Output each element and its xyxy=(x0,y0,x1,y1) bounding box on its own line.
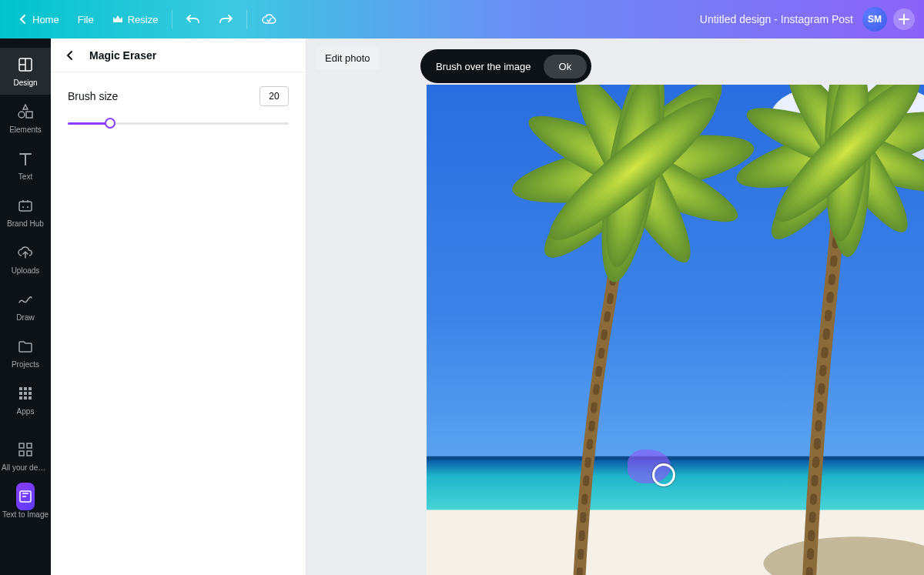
rail-text-to-image[interactable]: Text to Image xyxy=(0,480,51,527)
separator xyxy=(246,10,247,28)
brush-cursor xyxy=(632,454,655,477)
slider-thumb[interactable] xyxy=(105,118,116,129)
top-bar: Home File Resize Untitled design - Insta… xyxy=(0,0,924,38)
svg-rect-8 xyxy=(28,387,32,390)
undo-button[interactable] xyxy=(177,0,209,38)
rail-label: Text to Image xyxy=(2,510,49,519)
panel-title: Magic Eraser xyxy=(89,49,156,62)
brush-size-slider[interactable] xyxy=(68,115,289,131)
home-button[interactable]: Home xyxy=(9,0,69,38)
svg-rect-10 xyxy=(24,392,27,395)
rail-elements[interactable]: Elements xyxy=(0,95,51,142)
rail-label: Projects xyxy=(12,360,39,369)
upload-icon xyxy=(18,246,33,259)
tooltip-text: Brush over the image xyxy=(436,61,531,72)
rail-projects[interactable]: Projects xyxy=(0,329,51,376)
rail-label: Uploads xyxy=(12,266,40,275)
svg-rect-15 xyxy=(19,443,24,448)
folder-icon xyxy=(18,340,33,353)
apps-icon xyxy=(18,386,32,400)
grid-icon xyxy=(18,443,32,456)
rail-design[interactable]: Design xyxy=(0,48,51,95)
svg-rect-9 xyxy=(19,392,22,395)
rail-label: Elements xyxy=(9,125,42,134)
home-label: Home xyxy=(32,14,59,25)
edit-photo-button[interactable]: Edit photo xyxy=(316,46,380,70)
brush-size-input[interactable] xyxy=(259,86,289,106)
plus-icon xyxy=(899,14,909,25)
rail-all-your-designs[interactable]: All your desi… xyxy=(0,433,51,480)
svg-rect-14 xyxy=(28,396,32,399)
chevron-left-icon xyxy=(18,15,28,24)
rail-label: Apps xyxy=(17,407,35,416)
user-avatar[interactable]: SM xyxy=(862,7,887,32)
svg-rect-13 xyxy=(24,396,27,399)
svg-point-5 xyxy=(27,206,28,208)
rail-uploads[interactable]: Uploads xyxy=(0,236,51,282)
back-button[interactable] xyxy=(62,47,79,64)
share-plus-button[interactable] xyxy=(893,8,915,30)
canvas-area: Edit photo Brush over the image Ok xyxy=(306,38,924,575)
rail-label: Draw xyxy=(16,313,34,322)
svg-rect-12 xyxy=(19,396,22,399)
svg-rect-16 xyxy=(27,443,32,448)
rail-label: Text xyxy=(18,172,32,181)
svg-rect-2 xyxy=(26,112,32,118)
rail-brand-hub[interactable]: Brand Hub xyxy=(0,189,51,236)
canvas-image[interactable] xyxy=(427,85,924,575)
brush-size-label: Brush size xyxy=(68,90,118,102)
rail-label: Design xyxy=(13,79,37,87)
crown-icon xyxy=(112,15,123,24)
text-icon xyxy=(18,152,32,165)
rail-draw[interactable]: Draw xyxy=(0,282,51,329)
file-menu[interactable]: File xyxy=(69,0,103,38)
resize-label: Resize xyxy=(128,14,159,25)
separator xyxy=(172,10,172,28)
svg-rect-6 xyxy=(19,387,22,390)
cloud-check-icon xyxy=(261,13,276,25)
file-label: File xyxy=(78,14,94,25)
rail-label: Brand Hub xyxy=(7,219,44,228)
svg-point-4 xyxy=(22,206,24,208)
undo-icon xyxy=(186,14,200,25)
svg-rect-18 xyxy=(27,451,32,456)
resize-button[interactable]: Resize xyxy=(103,0,168,38)
side-panel: Magic Eraser Brush size xyxy=(51,38,306,575)
draw-icon xyxy=(18,293,33,306)
left-rail: Design Elements Text Brand Hub Uploads D… xyxy=(0,38,51,575)
svg-rect-3 xyxy=(19,202,32,211)
rail-text[interactable]: Text xyxy=(0,142,51,189)
rail-apps[interactable]: Apps xyxy=(0,376,51,423)
brand-icon xyxy=(18,199,33,212)
svg-rect-24 xyxy=(427,460,924,514)
rail-label: All your desi… xyxy=(2,463,49,472)
shapes-icon xyxy=(17,104,34,119)
cloud-sync-button[interactable] xyxy=(252,0,286,38)
text-to-image-icon xyxy=(16,483,35,510)
redo-button[interactable] xyxy=(209,0,242,38)
svg-point-1 xyxy=(18,112,25,118)
layout-icon xyxy=(18,57,33,72)
svg-rect-7 xyxy=(24,387,27,390)
instruction-tooltip: Brush over the image Ok xyxy=(420,49,591,83)
chevron-left-icon xyxy=(65,50,75,61)
design-title[interactable]: Untitled design - Instagram Post xyxy=(700,13,853,25)
svg-rect-17 xyxy=(19,451,24,456)
tooltip-ok-button[interactable]: Ok xyxy=(544,55,588,79)
svg-rect-11 xyxy=(28,392,32,395)
redo-icon xyxy=(219,14,233,25)
